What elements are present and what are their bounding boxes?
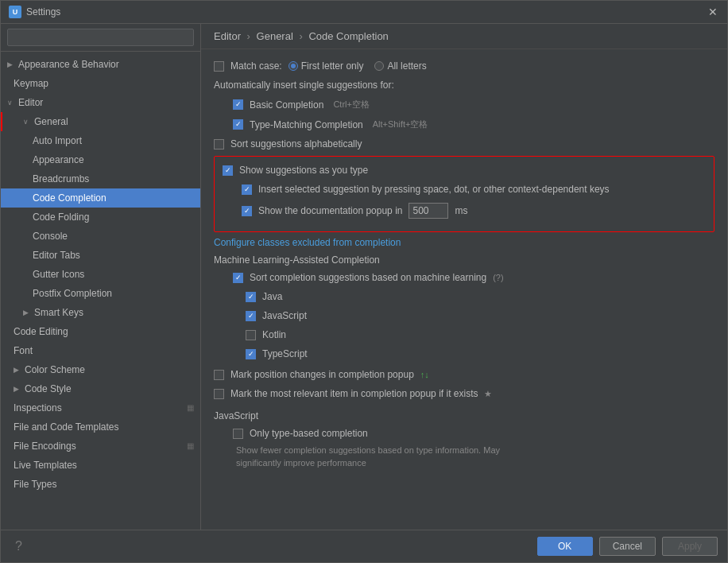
mark-relevant-checkbox[interactable] [214, 389, 224, 399]
show-doc-popup-label: Show the documentation popup in [258, 205, 402, 216]
sidebar-item-gutter-icons[interactable]: Gutter Icons [1, 265, 200, 284]
match-case-label: Match case: [230, 60, 282, 72]
expand-arrow: ▶ [14, 381, 21, 397]
ml-section-title: Machine Learning-Assisted Completion [214, 254, 714, 266]
breadcrumb-general: General [257, 30, 293, 42]
kotlin-checkbox[interactable] [246, 330, 256, 340]
sidebar-label: Editor [18, 95, 43, 111]
sidebar-item-file-types[interactable]: File Types [1, 475, 200, 494]
sidebar-item-file-encodings[interactable]: File Encodings ▦ [1, 437, 200, 456]
footer: ? OK Cancel Apply [1, 530, 727, 562]
show-suggestions-checkbox[interactable] [223, 165, 233, 176]
configure-link[interactable]: Configure classes excluded from completi… [214, 237, 714, 248]
type-matching-checkbox[interactable] [233, 119, 243, 130]
sidebar-label: Inspections [14, 400, 62, 416]
sidebar-label: Code Completion [33, 190, 106, 206]
sidebar-item-auto-import[interactable]: Auto Import [1, 131, 200, 150]
sidebar-item-live-templates[interactable]: Live Templates [1, 456, 200, 475]
match-case-checkbox[interactable] [214, 61, 224, 72]
main-content: 🔍 ▶ Appearance & Behavior Keymap ∨ Edito [1, 24, 727, 530]
expand-arrow: ∨ [23, 114, 31, 130]
doc-popup-ms-input[interactable] [409, 203, 448, 219]
basic-completion-checkbox[interactable] [233, 99, 243, 110]
title-bar: U Settings ✕ [1, 1, 727, 24]
sidebar-item-appearance[interactable]: Appearance [1, 150, 200, 169]
title-bar-left: U Settings [9, 6, 60, 18]
sidebar-item-console[interactable]: Console [1, 227, 200, 246]
sidebar-label: File and Code Templates [14, 419, 119, 435]
sidebar-item-postfix-completion[interactable]: Postfix Completion [1, 284, 200, 303]
show-doc-popup-checkbox[interactable] [242, 206, 252, 216]
mark-position-label: Mark position changes in completion popu… [230, 369, 414, 380]
auto-insert-row: Automatically insert single suggestions … [214, 78, 714, 92]
sidebar-label: Auto Import [33, 133, 82, 149]
java-checkbox[interactable] [246, 292, 256, 302]
only-type-based-checkbox[interactable] [233, 429, 243, 439]
close-button[interactable]: ✕ [707, 6, 719, 18]
only-type-based-label: Only type-based completion [250, 428, 368, 439]
sidebar-item-font[interactable]: Font [1, 341, 200, 360]
sidebar-label: General [34, 114, 68, 130]
expand-arrow: ▶ [23, 305, 31, 320]
sidebar-item-code-editing[interactable]: Code Editing [1, 322, 200, 341]
sidebar-label: Breadcrumbs [33, 171, 89, 187]
sidebar-label: Postfix Completion [33, 285, 112, 301]
ok-button[interactable]: OK [537, 537, 593, 556]
sort-alpha-checkbox[interactable] [214, 139, 224, 149]
sidebar-item-code-folding[interactable]: Code Folding [1, 208, 200, 227]
sort-ml-checkbox[interactable] [233, 273, 243, 283]
show-doc-popup-row: Show the documentation popup in ms [223, 201, 706, 220]
sidebar-item-editor[interactable]: ∨ Editor [1, 93, 200, 112]
radio-all-letters[interactable]: All letters [374, 60, 426, 72]
sidebar-label: Editor Tabs [33, 247, 80, 263]
type-matching-shortcut: Alt+Shift+空格 [373, 118, 428, 130]
mark-position-checkbox[interactable] [214, 370, 224, 380]
breadcrumb-current: Code Completion [308, 30, 388, 42]
sidebar-item-appearance-behavior[interactable]: ▶ Appearance & Behavior [1, 55, 200, 74]
sidebar-item-file-code-templates[interactable]: File and Code Templates [1, 417, 200, 437]
sidebar-item-inspections[interactable]: Inspections ▦ [1, 398, 200, 417]
breadcrumb-editor: Editor [214, 30, 241, 42]
highlighted-section: Show suggestions as you type Insert sele… [214, 156, 714, 232]
insert-selected-checkbox[interactable] [242, 184, 252, 195]
app-icon: U [9, 6, 21, 18]
general-container: ∨ General [1, 112, 200, 131]
content-area: Match case: First letter only All letter… [201, 49, 727, 530]
match-case-row: Match case: First letter only All letter… [214, 59, 714, 73]
sidebar-label: Code Folding [33, 209, 89, 225]
radio-first-letter[interactable]: First letter only [288, 60, 364, 72]
java-row: Java [214, 289, 714, 304]
sidebar-item-code-style[interactable]: ▶ Code Style [1, 379, 200, 398]
search-box: 🔍 [1, 24, 200, 52]
mark-relevant-row: Mark the most relevant item in completio… [214, 386, 714, 401]
help-button[interactable]: ? [10, 537, 27, 556]
typescript-label: TypeScript [262, 348, 308, 359]
search-wrapper: 🔍 [7, 29, 194, 46]
insert-selected-row: Insert selected suggestion by pressing s… [223, 182, 706, 196]
sidebar-label: Appearance [33, 152, 84, 168]
sidebar-item-editor-tabs[interactable]: Editor Tabs [1, 246, 200, 265]
apply-button[interactable]: Apply [662, 537, 718, 556]
sidebar-item-breadcrumbs[interactable]: Breadcrumbs [1, 169, 200, 188]
help-icon[interactable]: (?) [493, 273, 503, 282]
sidebar-label: Font [14, 343, 33, 359]
sidebar-label: Color Scheme [25, 362, 85, 378]
sidebar-label: File Types [14, 476, 56, 492]
sidebar-item-keymap[interactable]: Keymap [1, 74, 200, 93]
kotlin-row: Kotlin [214, 328, 714, 342]
insert-selected-label: Insert selected suggestion by pressing s… [258, 184, 610, 195]
type-matching-label: Type-Matching Completion [250, 119, 363, 130]
sidebar-item-smart-keys[interactable]: ▶ Smart Keys [1, 303, 200, 322]
mark-relevant-label: Mark the most relevant item in completio… [230, 388, 478, 399]
search-input[interactable] [7, 29, 194, 46]
typescript-checkbox[interactable] [246, 349, 256, 359]
sidebar-item-general[interactable]: ∨ General [1, 112, 200, 131]
sidebar-item-code-completion[interactable]: Code Completion [1, 188, 200, 208]
expand-arrow: ▶ [7, 56, 15, 72]
cancel-button[interactable]: Cancel [599, 537, 656, 556]
sidebar-label: File Encodings [14, 438, 76, 454]
type-matching-row: Type-Matching Completion Alt+Shift+空格 [214, 117, 714, 132]
sidebar-item-color-scheme[interactable]: ▶ Color Scheme [1, 360, 200, 379]
sort-ml-label: Sort completion suggestions based on mac… [250, 272, 486, 283]
javascript-checkbox[interactable] [246, 311, 256, 321]
